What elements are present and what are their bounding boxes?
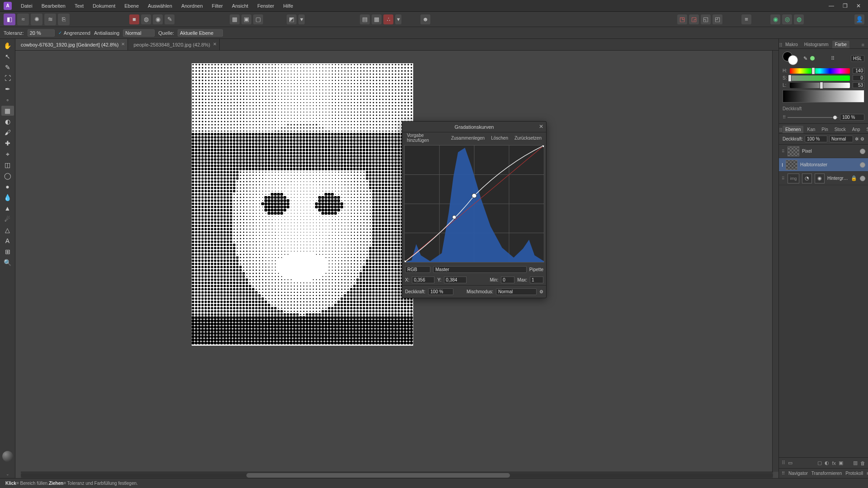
- persona-liquify[interactable]: ≈: [17, 14, 29, 25]
- canvas[interactable]: Gradationskurven ✕ Vorgabe hinzufügen Zu…: [15, 51, 772, 472]
- menu-datei[interactable]: Datei: [16, 0, 37, 11]
- heal-tool[interactable]: ✚: [1, 138, 14, 148]
- curves-channel-select[interactable]: RGB: [405, 266, 430, 273]
- curves-delete[interactable]: Löschen: [491, 136, 508, 141]
- curves-graph[interactable]: [404, 145, 544, 263]
- layer-row[interactable]: ⠿ img ◔ ◉ Hintergru… 🔒: [779, 172, 868, 185]
- visibility-toggle[interactable]: [860, 162, 865, 168]
- tb-arrange-b[interactable]: ◲: [689, 14, 699, 24]
- zoom-tool[interactable]: 🔍: [1, 258, 14, 267]
- tab-stock[interactable]: Stock: [832, 126, 849, 133]
- document-tab-1[interactable]: cowboy-67630_1920.jpg [Geändert] (42.8%)…: [15, 39, 128, 50]
- shape-tool[interactable]: △: [1, 225, 14, 235]
- tb-stock-b[interactable]: ◎: [782, 14, 792, 24]
- minimize-button[interactable]: —: [827, 3, 835, 9]
- opacity-slider[interactable]: [788, 117, 838, 118]
- tb-quickmask[interactable]: ◩: [287, 14, 297, 24]
- tab-farbe[interactable]: Farbe: [832, 41, 849, 48]
- curves-reset[interactable]: Zurücksetzen: [514, 136, 542, 141]
- horizontal-scrollbar[interactable]: [21, 472, 773, 478]
- crop-tool[interactable]: ⛶: [1, 73, 14, 83]
- curves-picker[interactable]: Pipette: [529, 267, 543, 272]
- blendmode-select[interactable]: Normal: [123, 29, 155, 37]
- layer-opacity-select[interactable]: 100 %: [805, 136, 827, 142]
- mask-add-icon[interactable]: ▣: [839, 460, 843, 466]
- opacity-value-select[interactable]: 100 %: [840, 114, 864, 121]
- erase-tool[interactable]: ◫: [1, 160, 14, 170]
- lig-slider[interactable]: [790, 83, 850, 88]
- delete-icon[interactable]: 🗑: [860, 460, 865, 466]
- pen-tool[interactable]: ✒: [1, 84, 14, 94]
- menu-filter[interactable]: Filter: [208, 0, 227, 11]
- tb-account[interactable]: 👤: [854, 14, 864, 24]
- dodge-tool[interactable]: ◯: [1, 171, 14, 181]
- tb-quickmask-menu[interactable]: ▾: [298, 14, 305, 24]
- tab-transform[interactable]: Transformieren: [811, 471, 842, 476]
- tolerance-input[interactable]: 20 %: [28, 29, 55, 37]
- document-tab-2[interactable]: people-2583848_1920.jpg (42.8%) ✕: [128, 39, 219, 50]
- layer-row[interactable]: ⠿ Pixel: [779, 145, 868, 158]
- new-layer-icon[interactable]: ▢: [817, 460, 822, 466]
- menu-ebene[interactable]: Ebene: [120, 0, 143, 11]
- gear-icon[interactable]: ⚙: [860, 136, 864, 141]
- tb-nocolor[interactable]: ◍: [141, 14, 151, 24]
- curves-merge[interactable]: Zusammenlegen: [451, 136, 485, 141]
- contiguous-checkbox[interactable]: Angrenzend: [58, 30, 90, 36]
- panel-menu-icon[interactable]: ≡: [860, 41, 866, 48]
- tb-stock-c[interactable]: ◍: [794, 14, 804, 24]
- curves-add-preset[interactable]: Vorgabe hinzufügen: [407, 133, 445, 143]
- menu-ansicht[interactable]: Ansicht: [227, 0, 253, 11]
- flood-fill-tool[interactable]: ▦: [1, 106, 14, 116]
- tb-rec-menu[interactable]: ▾: [395, 14, 401, 24]
- curves-y-input[interactable]: [444, 277, 467, 283]
- color-picker-tool[interactable]: ✎: [1, 62, 14, 72]
- brush-tool[interactable]: 🖌: [1, 127, 14, 137]
- close-button[interactable]: ✕: [854, 3, 863, 9]
- tb-align[interactable]: ≡: [741, 14, 751, 24]
- layer-row[interactable]: I Halbtonraster: [779, 158, 868, 172]
- gear-icon[interactable]: ✲: [855, 136, 859, 141]
- hue-slider[interactable]: [790, 68, 850, 74]
- group-icon[interactable]: ▥: [853, 460, 858, 466]
- vertical-scrollbar[interactable]: [772, 51, 778, 472]
- tab-kan[interactable]: Kan: [804, 126, 818, 133]
- color-options-icon[interactable]: ⠿: [831, 56, 835, 61]
- visibility-toggle[interactable]: [860, 176, 865, 181]
- lock-icon[interactable]: 🔒: [851, 175, 857, 181]
- gear-icon[interactable]: ⚙: [539, 289, 543, 294]
- tb-stock-a[interactable]: ◉: [770, 14, 780, 24]
- persona-develop[interactable]: ✺: [31, 14, 42, 25]
- menu-anordnen[interactable]: Anordnen: [177, 0, 208, 11]
- menu-text[interactable]: Text: [70, 0, 88, 11]
- fx-icon[interactable]: fx: [832, 460, 836, 466]
- move-tool[interactable]: ↖: [1, 52, 14, 61]
- tb-picker[interactable]: ✎: [165, 14, 175, 24]
- curves-blend-select[interactable]: Normal: [496, 288, 537, 295]
- curves-close-icon[interactable]: ✕: [539, 123, 543, 130]
- tab-makro[interactable]: Makro: [783, 41, 801, 48]
- curves-master-select[interactable]: Master: [433, 266, 527, 273]
- persona-photo[interactable]: ◧: [4, 14, 15, 25]
- curves-opacity-select[interactable]: 100 %: [428, 288, 453, 295]
- curves-title-bar[interactable]: Gradationskurven ✕: [402, 122, 546, 132]
- tb-arrange-c[interactable]: ◱: [701, 14, 711, 24]
- tab-ebenen[interactable]: Ebenen: [783, 126, 803, 133]
- persona-tone[interactable]: ≋: [44, 14, 56, 25]
- tb-arrange-d[interactable]: ◰: [712, 14, 722, 24]
- color-swatches[interactable]: [783, 52, 801, 65]
- curves-max-input[interactable]: [530, 277, 543, 283]
- persona-export[interactable]: ⎘: [58, 14, 70, 25]
- maximize-button[interactable]: ❐: [841, 3, 849, 9]
- tab-protokoll[interactable]: Protokoll: [845, 471, 863, 476]
- menu-bearbeiten[interactable]: Bearbeiten: [37, 0, 70, 11]
- mask-icon[interactable]: ▭: [788, 460, 793, 466]
- antialias-checkbox[interactable]: Antialiasing: [94, 30, 119, 36]
- menu-hilfe[interactable]: Hilfe: [278, 0, 297, 11]
- visibility-toggle[interactable]: [860, 149, 865, 154]
- mesh-tool[interactable]: ⊞: [1, 247, 14, 257]
- tb-grid[interactable]: ▦: [372, 14, 382, 24]
- sharpen-tool[interactable]: ▲: [1, 203, 14, 213]
- text-tool[interactable]: A: [1, 236, 14, 246]
- color-model-select[interactable]: HSL: [851, 55, 864, 62]
- tb-fill[interactable]: ■: [129, 14, 139, 24]
